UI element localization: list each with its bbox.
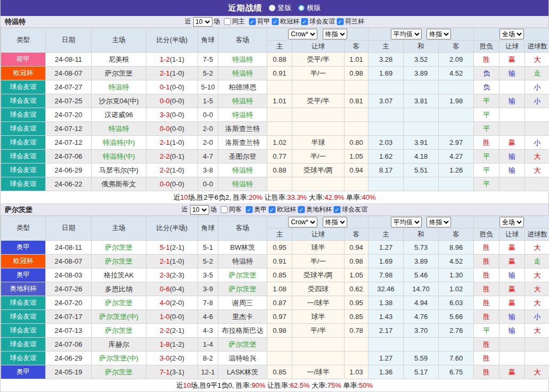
subcol-handicap: 让球 bbox=[292, 40, 345, 53]
avg-away-cell: 1.26 bbox=[439, 164, 474, 177]
league-cell: 球会友谊 bbox=[1, 80, 46, 94]
goals-result-cell: 小 bbox=[525, 310, 549, 324]
corner-cell: 2-0 bbox=[198, 122, 218, 136]
corner-cell: 1-4 bbox=[198, 338, 218, 352]
avg-home-cell: 7.98 bbox=[368, 268, 404, 282]
result-cell: 胜 bbox=[474, 136, 499, 150]
result-cell: 胜 bbox=[474, 255, 499, 268]
handicap-cell: 受平/半 bbox=[292, 53, 345, 67]
col-type: 类型 bbox=[1, 28, 46, 53]
avg-home-cell: 1.27 bbox=[368, 241, 404, 255]
handicap-cell: 半/一 bbox=[292, 67, 345, 80]
avg-away-cell: 1.02 bbox=[439, 282, 474, 296]
home-team-cell: 俄弗斯蒂文 bbox=[92, 177, 146, 191]
odds-stage-select[interactable]: 终指 bbox=[323, 217, 347, 227]
goals-result-cell: 大 bbox=[525, 296, 549, 310]
odds-company-select[interactable]: Crow* bbox=[288, 29, 317, 39]
subcol-avg-away: 客 bbox=[439, 40, 474, 53]
home-team-cell: 萨尔茨堡 bbox=[92, 324, 146, 338]
away-team-cell: 特温特 bbox=[218, 164, 267, 177]
league-filter-checkbox[interactable]: ✓ bbox=[298, 206, 305, 213]
filter-bar: 近 10 场 同主 ✓ 荷甲 ✓ 欧冠杯 ✓ 球会友谊 ✓ 荷兰杯 bbox=[185, 16, 364, 27]
handicap-result-cell bbox=[499, 352, 525, 365]
handicap-result-cell bbox=[499, 80, 525, 94]
away-team-cell: 萨尔茨堡 bbox=[218, 338, 267, 352]
col-away: 客场 bbox=[218, 28, 267, 53]
horizontal-layout-option[interactable]: 横版 bbox=[298, 3, 321, 13]
avg-away-cell: 2.76 bbox=[439, 324, 474, 338]
scope-select[interactable]: 全场 bbox=[499, 29, 524, 39]
odds-home-cell bbox=[267, 80, 292, 94]
away-team-cell: 特温特 bbox=[218, 177, 267, 191]
handicap-cell: 受四球 bbox=[292, 282, 345, 296]
odds-home-cell: 0.91 bbox=[267, 67, 292, 80]
match-row: 球会友谊24-07-20萨尔茨堡4-0(2-0)7-8谢周三0.87一/球半0.… bbox=[1, 296, 549, 310]
league-filter-checkbox[interactable]: ✓ bbox=[249, 18, 256, 25]
handicap-cell: 半/一 bbox=[292, 150, 345, 164]
subcol-handicap-result: 让球 bbox=[499, 228, 525, 241]
same-away-checkbox[interactable] bbox=[220, 206, 227, 213]
avg-group-header: 平均值 终指 bbox=[368, 216, 474, 228]
score-cell: 2-1(1-0) bbox=[146, 255, 198, 268]
result-group-header: 全场 bbox=[474, 216, 549, 228]
date-cell: 24-08-03 bbox=[46, 268, 92, 282]
horizontal-layout-radio[interactable] bbox=[298, 5, 305, 11]
recent-results-panel: 近期战绩 竖版 横版 特温特 近 10 场 同主 ✓ 荷甲 ✓ 欧冠杯 ✓ 球会… bbox=[0, 0, 549, 392]
league-filter-checkbox[interactable]: ✓ bbox=[337, 18, 343, 25]
odds-stage-select[interactable]: 终指 bbox=[323, 29, 347, 39]
date-cell: 24-07-06 bbox=[46, 150, 92, 164]
match-row: 球会友谊24-07-06库赫尔1-8(1-2)1-4萨尔茨堡胜 bbox=[1, 338, 549, 352]
avg-type-select[interactable]: 平均值 bbox=[391, 29, 422, 39]
odds-away-cell: 0.94 bbox=[345, 164, 368, 177]
league-filter-checkbox[interactable]: ✓ bbox=[272, 18, 278, 25]
vertical-layout-radio[interactable] bbox=[269, 5, 275, 11]
odds-away-cell: 1.01 bbox=[345, 53, 368, 67]
result-cell: 平 bbox=[474, 164, 499, 177]
avg-draw-cell: 3.89 bbox=[404, 255, 439, 268]
league-cell: 球会友谊 bbox=[1, 296, 46, 310]
handicap-cell bbox=[292, 338, 345, 352]
odds-away-cell: 0.85 bbox=[345, 310, 368, 324]
away-team-cell: 特温特 bbox=[218, 255, 267, 268]
subcol-avg-home: 主 bbox=[368, 228, 404, 241]
corner-cell: 4-3 bbox=[198, 324, 218, 338]
avg-stage-select[interactable]: 终指 bbox=[427, 29, 451, 39]
home-team-cell: 特温特(中) bbox=[92, 150, 146, 164]
league-cell: 球会友谊 bbox=[1, 136, 46, 150]
league-cell: 奥甲 bbox=[1, 365, 46, 379]
matches-count-select[interactable]: 10 bbox=[190, 205, 209, 215]
goals-result-cell bbox=[525, 352, 549, 365]
score-cell: 7-1(3-1) bbox=[146, 365, 198, 379]
odds-home-cell bbox=[267, 108, 292, 122]
subcol-avg-home: 主 bbox=[368, 40, 404, 53]
subcol-result: 胜负 bbox=[474, 40, 499, 53]
matches-count-select[interactable]: 10 bbox=[193, 17, 212, 27]
vertical-layout-option[interactable]: 竖版 bbox=[269, 3, 292, 13]
handicap-cell bbox=[292, 122, 345, 136]
col-home: 主场 bbox=[92, 28, 146, 53]
same-home-checkbox[interactable] bbox=[224, 18, 231, 25]
avg-stage-select[interactable]: 终指 bbox=[427, 217, 451, 227]
league-filter-checkbox[interactable]: ✓ bbox=[301, 18, 308, 25]
date-cell: 24-07-27 bbox=[46, 80, 92, 94]
league-cell: 球会友谊 bbox=[1, 108, 46, 122]
handicap-result-cell: 输 bbox=[499, 310, 525, 324]
home-team-cell: 特温特 bbox=[92, 122, 146, 136]
col-corner: 角球 bbox=[198, 28, 218, 53]
avg-type-select[interactable]: 平均值 bbox=[391, 217, 422, 227]
avg-home-cell bbox=[368, 177, 404, 191]
home-team-cell: 萨尔茨堡(中) bbox=[92, 352, 146, 365]
home-team-cell: 多恩比纳 bbox=[92, 282, 146, 296]
away-team-cell: 萨尔茨堡 bbox=[218, 268, 267, 282]
league-filter-checkbox[interactable]: ✓ bbox=[268, 206, 275, 213]
handicap-cell bbox=[292, 177, 345, 191]
avg-away-cell bbox=[439, 122, 474, 136]
odds-company-select[interactable]: Crow* bbox=[288, 217, 317, 227]
league-filter-checkbox[interactable]: ✓ bbox=[333, 206, 340, 213]
league-filter-checkbox[interactable]: ✓ bbox=[245, 206, 252, 213]
home-team-cell: 萨尔茨堡 bbox=[92, 255, 146, 268]
scope-select[interactable]: 全场 bbox=[499, 217, 524, 227]
result-cell: 胜 bbox=[474, 296, 499, 310]
score-cell: 4-0(2-0) bbox=[146, 296, 198, 310]
avg-home-cell bbox=[368, 108, 404, 122]
